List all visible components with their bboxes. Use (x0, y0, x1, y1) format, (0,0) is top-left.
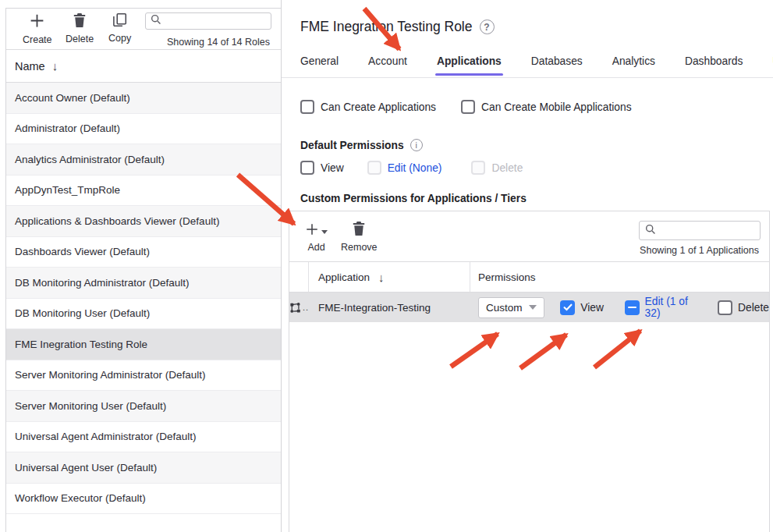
plus-icon (305, 222, 319, 239)
icon-column-header (289, 262, 309, 292)
role-detail-panel: FME Inegration Testing Role ? General Ac… (282, 0, 773, 532)
role-list-item[interactable]: Server Monitoring User (Default) (6, 391, 281, 422)
role-list-item[interactable]: Applications & Dashboards Viewer (Defaul… (6, 206, 281, 237)
applications-table-header: Application ↓ Permissions (289, 262, 769, 293)
create-label: Create (23, 34, 52, 45)
custom-permissions-toolbar: Add Remove Showing 1 of 1 Applications (289, 211, 769, 262)
default-edit-option[interactable]: Edit (None) (367, 161, 442, 175)
role-list-item[interactable]: Workflow Executor (Default) (6, 484, 281, 515)
role-list-item[interactable]: Universal Agent User (Default) (6, 452, 281, 484)
default-view-checkbox[interactable] (300, 161, 314, 175)
remove-application-button[interactable]: Remove (341, 221, 378, 253)
tab-dashboards[interactable]: Dashboards (685, 55, 743, 76)
can-create-mobile-applications-label: Can Create Mobile Applications (481, 101, 632, 113)
tab-account[interactable]: Account (368, 55, 407, 76)
roles-search[interactable] (145, 12, 271, 30)
custom-permissions-heading: Custom Permissions for Applications / Ti… (300, 193, 527, 204)
default-delete-label: Delete (491, 162, 523, 174)
copy-role-button[interactable]: Copy (108, 12, 131, 44)
delete-role-button[interactable]: Delete (66, 12, 94, 44)
remove-label: Remove (341, 242, 378, 253)
default-edit-checkbox (367, 161, 381, 175)
applications-search[interactable] (639, 221, 761, 240)
chevron-down-icon (529, 305, 537, 310)
sort-desc-icon[interactable]: ↓ (378, 271, 385, 283)
roles-list-header[interactable]: Name ↓ (6, 50, 281, 83)
row-delete-checkbox[interactable] (718, 300, 732, 315)
copy-icon (112, 12, 127, 30)
can-create-applications-checkbox[interactable] (300, 100, 314, 114)
copy-label: Copy (108, 33, 131, 44)
add-application-button[interactable]: Add (305, 222, 328, 253)
roles-list: Account Owner (Default) Administrator (D… (6, 83, 281, 514)
row-delete-label: Delete (738, 302, 769, 314)
tab-databases[interactable]: Databases (531, 55, 583, 76)
application-table-row[interactable]: .. FME-Integration-Testing Custom View (289, 293, 769, 322)
chevron-down-icon (321, 230, 328, 234)
row-edit-link[interactable]: Edit (1 of 32) (645, 296, 694, 319)
roles-toolbar: Create Delete Copy Showing 14 of 14 Role… (6, 9, 281, 50)
trash-icon (73, 12, 87, 31)
role-list-item[interactable]: Dashboards Viewer (Default) (6, 237, 281, 268)
permissions-column-header: Permissions (470, 262, 769, 292)
applications-count-text: Showing 1 of 1 Applications (640, 245, 759, 256)
delete-label: Delete (66, 34, 94, 44)
create-role-button[interactable]: Create (23, 12, 52, 45)
permission-mode-select[interactable]: Custom (478, 297, 544, 318)
application-icon-ellipsis: .. (303, 303, 309, 312)
application-column-header[interactable]: Application ↓ (309, 262, 470, 292)
tab-applications[interactable]: Applications (437, 55, 502, 76)
permissions-column-label: Permissions (478, 271, 536, 283)
role-list-item[interactable]: Server Monitoring Administrator (Default… (6, 360, 281, 392)
page-title: FME Inegration Testing Role (300, 19, 473, 35)
role-list-item[interactable]: DB Monitoring Administrator (Default) (6, 268, 281, 299)
role-list-item[interactable]: Universal Agent Administrator (Default) (6, 422, 281, 453)
applications-search-input[interactable] (656, 225, 760, 237)
can-create-mobile-applications-checkbox[interactable] (461, 100, 475, 114)
search-icon (151, 14, 161, 28)
default-delete-checkbox (471, 161, 485, 175)
name-column-label: Name (15, 60, 45, 73)
tab-general[interactable]: General (300, 55, 339, 76)
role-list-item[interactable]: AppDynTest_TmpRole (6, 176, 281, 207)
role-tabs: General Account Applications Databases A… (300, 55, 773, 76)
roles-panel: Create Delete Copy Showing 14 of 14 Role… (5, 8, 281, 532)
default-delete-option: Delete (471, 161, 523, 175)
application-column-label: Application (318, 271, 370, 283)
can-create-applications-option[interactable]: Can Create Applications (300, 100, 436, 114)
tab-analytics[interactable]: Analytics (612, 55, 655, 76)
role-list-item[interactable]: Analytics Administrator (Default) (6, 144, 281, 176)
roles-count-text: Showing 14 of 14 Roles (167, 37, 270, 48)
tabs-divider (282, 77, 773, 78)
custom-permissions-panel: Add Remove Showing 1 of 1 Applications A… (289, 211, 770, 532)
info-icon[interactable]: i (410, 139, 423, 151)
sort-desc-icon[interactable]: ↓ (52, 60, 59, 72)
role-list-item[interactable]: Account Owner (Default) (6, 83, 281, 114)
default-permissions-heading: Default Permissions (300, 140, 404, 151)
search-icon (645, 224, 656, 238)
role-list-item-selected[interactable]: FME Inegration Testing Role (6, 329, 281, 360)
plus-icon (29, 12, 45, 32)
can-create-applications-label: Can Create Applications (321, 101, 436, 113)
role-list-item[interactable]: DB Monitoring User (Default) (6, 299, 281, 330)
row-edit-checkbox[interactable] (625, 300, 640, 315)
application-flowmap-icon (289, 301, 302, 314)
default-view-label: View (321, 162, 344, 174)
row-view-label: View (580, 302, 604, 314)
default-view-option[interactable]: View (300, 161, 344, 175)
roles-search-input[interactable] (161, 15, 271, 27)
application-name: FME-Integration-Testing (318, 302, 431, 314)
can-create-mobile-applications-option[interactable]: Can Create Mobile Applications (461, 100, 632, 114)
row-view-checkbox[interactable] (560, 300, 575, 315)
role-list-item[interactable]: Administrator (Default) (6, 114, 281, 145)
help-icon[interactable]: ? (480, 20, 495, 34)
permission-mode-value: Custom (486, 302, 523, 314)
trash-icon (352, 221, 366, 239)
add-label: Add (307, 242, 324, 253)
default-edit-link[interactable]: Edit (None) (388, 162, 442, 174)
